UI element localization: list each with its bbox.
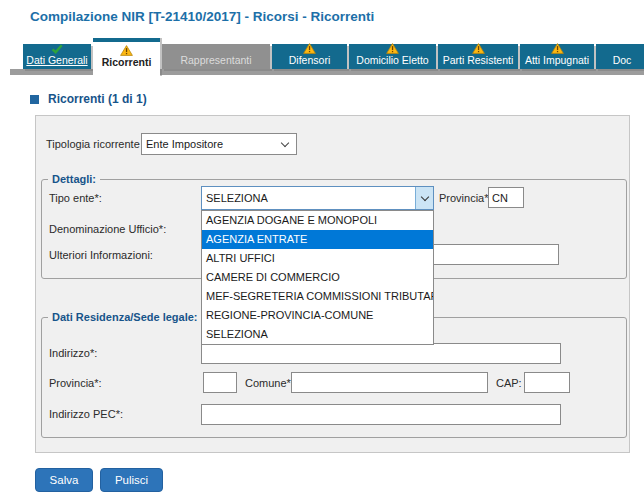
denominazione-label: Denominazione Ufficio*: (49, 223, 166, 235)
warning-icon (120, 45, 133, 56)
warning-icon (303, 43, 316, 54)
residenza-legend: Dati Residenza/Sede legale: (48, 311, 202, 323)
dropdown-option[interactable]: SELEZIONA (202, 325, 433, 344)
tipologia-select[interactable]: Ente Impositore (141, 133, 297, 155)
provincia-ente-label: Provincia*: (439, 192, 492, 204)
tabs-container: Dati Generali Ricorrenti Rappresentanti … (23, 38, 644, 76)
tab-atti-impugnati[interactable]: Atti Impugnati (520, 44, 594, 69)
tipo-ente-label: Tipo ente*: (49, 192, 102, 204)
indirizzo-input[interactable] (201, 343, 561, 364)
tab-bar: Dati Generali Ricorrenti Rappresentanti … (10, 38, 644, 76)
tipologia-label: Tipologia ricorrente *: (46, 138, 150, 150)
pec-label: Indirizzo PEC*: (49, 408, 123, 420)
tab-label: Rappresentanti (180, 54, 251, 66)
ulteriori-label: Ulteriori Informazioni: (49, 249, 153, 261)
tab-rappresentanti[interactable]: Rappresentanti (162, 44, 270, 69)
provincia-ente-input[interactable] (488, 187, 524, 208)
tab-label: Difensori (289, 54, 330, 66)
dettagli-legend: Dettagli: (48, 173, 100, 185)
warning-icon (386, 43, 399, 54)
cap-label: CAP: (496, 377, 522, 389)
tab-label: Doc (613, 54, 632, 66)
tipo-ente-value: SELEZIONA (202, 192, 415, 204)
dropdown-option[interactable]: ALTRI UFFICI (202, 249, 433, 268)
tab-domicilio-eletto[interactable]: Domicilio Eletto (349, 44, 436, 69)
warning-icon (472, 43, 485, 54)
select-arrow-button[interactable] (415, 187, 433, 209)
section-bullet-icon (30, 95, 39, 104)
pec-input[interactable] (201, 404, 561, 425)
app-window: Compilazione NIR [T-21410/2017] - Ricors… (0, 0, 644, 504)
chevron-down-icon (281, 138, 289, 146)
comune-label: Comune*: (245, 377, 294, 389)
provincia-residenza-label: Provincia*: (49, 377, 102, 389)
dropdown-option[interactable]: REGIONE-PROVINCIA-COMUNE (202, 306, 433, 325)
dropdown-option[interactable]: AGENZIA ENTRATE (202, 230, 433, 249)
comune-input[interactable] (291, 372, 488, 393)
tab-ricorrenti[interactable]: Ricorrenti (93, 38, 160, 76)
tab-dati-generali[interactable]: Dati Generali (23, 44, 91, 69)
tab-label: Ricorrenti (102, 56, 152, 68)
dropdown-option[interactable]: CAMERE DI COMMERCIO (202, 268, 433, 287)
provincia-residenza-input[interactable] (203, 372, 237, 393)
section-title: Ricorrenti (1 di 1) (48, 92, 147, 106)
tab-label: Dati Generali (26, 54, 87, 66)
section-header: Ricorrenti (1 di 1) (30, 92, 147, 106)
chevron-down-icon (420, 192, 428, 200)
cap-input[interactable] (524, 372, 570, 393)
tab-parti-resistenti[interactable]: Parti Resistenti (438, 44, 518, 69)
dropdown-option[interactable]: AGENZIA DOGANE E MONOPOLI (202, 211, 433, 230)
pulisci-button[interactable]: Pulisci (100, 468, 163, 492)
salva-button[interactable]: Salva (35, 468, 93, 492)
tipologia-value: Ente Impositore (142, 138, 282, 150)
warning-icon (551, 43, 564, 54)
form-panel: Tipologia ricorrente *: Ente Impositore … (35, 115, 630, 453)
tipo-ente-dropdown: AGENZIA DOGANE E MONOPOLIAGENZIA ENTRATE… (201, 210, 434, 345)
tab-label: Parti Resistenti (443, 54, 514, 66)
tipo-ente-select[interactable]: SELEZIONA (201, 186, 434, 210)
indirizzo-label: Indirizzo*: (49, 347, 97, 359)
tab-doc[interactable]: Doc (596, 44, 644, 69)
tab-label: Domicilio Eletto (356, 54, 428, 66)
page-title: Compilazione NIR [T-21410/2017] - Ricors… (30, 9, 374, 24)
tab-label: Atti Impugnati (525, 54, 589, 66)
check-icon (51, 44, 63, 54)
tab-difensori[interactable]: Difensori (272, 44, 347, 69)
dropdown-option[interactable]: MEF-SEGRETERIA COMMISSIONI TRIBUTARIE (202, 287, 433, 306)
